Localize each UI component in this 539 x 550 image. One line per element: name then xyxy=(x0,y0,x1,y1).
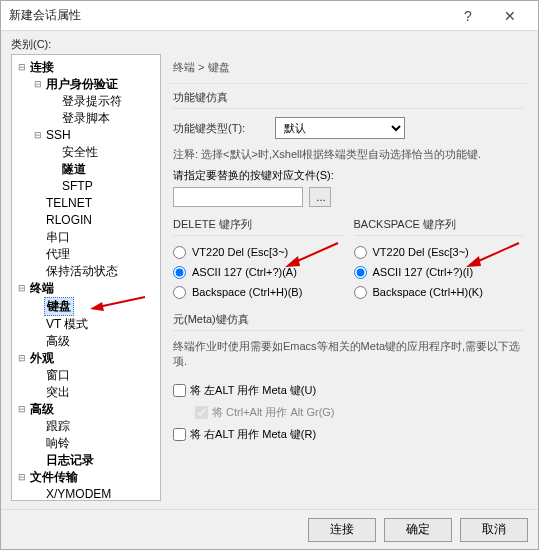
browse-button[interactable]: … xyxy=(309,187,331,207)
tree-node-ssh[interactable]: ⊟SSH xyxy=(32,127,158,144)
tree-node-xymodem[interactable]: X/YMODEM xyxy=(32,486,158,501)
titlebar: 新建会话属性 ? ✕ xyxy=(1,1,538,31)
tree-node-tunnel[interactable]: 隧道 xyxy=(48,161,158,178)
tree-node-telnet[interactable]: TELNET xyxy=(32,195,158,212)
tree-node-script[interactable]: 登录脚本 xyxy=(48,110,158,127)
bs-opt-vt220[interactable]: VT220 Del (Esc[3~) xyxy=(354,242,525,262)
del-opt-bs[interactable]: Backspace (Ctrl+H)(B) xyxy=(173,282,344,302)
funckey-title: 功能键仿真 xyxy=(173,90,524,109)
cancel-button[interactable]: 取消 xyxy=(460,518,528,542)
tree-node-keepalive[interactable]: 保持活动状态 xyxy=(32,263,158,280)
connect-button[interactable]: 连接 xyxy=(308,518,376,542)
settings-panel: 终端 > 键盘 功能键仿真 功能键类型(T): 默认 注释: 选择<默认>时,X… xyxy=(169,54,528,501)
del-opt-ascii[interactable]: ASCII 127 (Ctrl+?)(A) xyxy=(173,262,344,282)
tree-node-connection[interactable]: ⊟连接 xyxy=(16,59,158,76)
tree-node-transfer[interactable]: ⊟文件传输 xyxy=(16,469,158,486)
tree-node-appearance[interactable]: ⊟外观 xyxy=(16,350,158,367)
bs-opt-bs[interactable]: Backspace (Ctrl+H)(K) xyxy=(354,282,525,302)
tree-node-serial[interactable]: 串口 xyxy=(32,229,158,246)
tree-node-proxy[interactable]: 代理 xyxy=(32,246,158,263)
section-meta: 元(Meta)键仿真 终端作业时使用需要如Emacs等相关的Meta键的应用程序… xyxy=(169,306,528,449)
delete-title: DELETE 键序列 xyxy=(173,217,344,236)
section-funckey: 功能键仿真 功能键类型(T): 默认 注释: 选择<默认>时,Xshell根据终… xyxy=(169,84,528,211)
tree-node-trace[interactable]: 跟踪 xyxy=(32,418,158,435)
del-opt-vt220[interactable]: VT220 Del (Esc[3~) xyxy=(173,242,344,262)
funckey-note: 注释: 选择<默认>时,Xshell根据终端类型自动选择恰当的功能键. xyxy=(173,147,524,162)
tree-node-auth[interactable]: ⊟用户身份验证 xyxy=(32,76,158,93)
tree-node-prompt[interactable]: 登录提示符 xyxy=(48,93,158,110)
close-icon[interactable]: ✕ xyxy=(490,2,530,30)
tree-node-rlogin[interactable]: RLOGIN xyxy=(32,212,158,229)
check-right-alt[interactable]: 将 右ALT 用作 Meta 键(R) xyxy=(173,423,524,445)
tree-node-bell[interactable]: 响铃 xyxy=(32,435,158,452)
bs-opt-ascii[interactable]: ASCII 127 (Ctrl+?)(I) xyxy=(354,262,525,282)
tree-node-vtmode[interactable]: VT 模式 xyxy=(32,316,158,333)
tree-node-keyboard[interactable]: 键盘 xyxy=(32,297,158,316)
dialog-footer: 连接 确定 取消 xyxy=(1,509,538,549)
breadcrumb: 终端 > 键盘 xyxy=(169,54,528,84)
check-ctrl-alt: 将 Ctrl+Alt 用作 Alt Gr(G) xyxy=(173,401,524,423)
ok-button[interactable]: 确定 xyxy=(384,518,452,542)
funckey-type-select[interactable]: 默认 xyxy=(275,117,405,139)
funckey-type-label: 功能键类型(T): xyxy=(173,121,269,136)
group-backspace: BACKSPACE 键序列 VT220 Del (Esc[3~) ASCII 1… xyxy=(354,217,525,302)
category-label: 类别(C): xyxy=(1,31,538,54)
tree-node-sftp[interactable]: SFTP xyxy=(48,178,158,195)
meta-note: 终端作业时使用需要如Emacs等相关的Meta键的应用程序时,需要以下选项. xyxy=(173,339,524,369)
backspace-title: BACKSPACE 键序列 xyxy=(354,217,525,236)
group-delete: DELETE 键序列 VT220 Del (Esc[3~) ASCII 127 … xyxy=(173,217,344,302)
help-icon[interactable]: ? xyxy=(448,2,488,30)
tree-node-window[interactable]: 窗口 xyxy=(32,367,158,384)
tree-node-terminal[interactable]: ⊟终端 xyxy=(16,280,158,297)
tree-node-logging[interactable]: 日志记录 xyxy=(32,452,158,469)
tree-node-security[interactable]: 安全性 xyxy=(48,144,158,161)
category-tree[interactable]: ⊟连接 ⊟用户身份验证 登录提示符 登录脚本 ⊟SSH xyxy=(11,54,161,501)
tree-node-highlight[interactable]: 突出 xyxy=(32,384,158,401)
meta-title: 元(Meta)键仿真 xyxy=(173,312,524,331)
check-left-alt[interactable]: 将 左ALT 用作 Meta 键(U) xyxy=(173,379,524,401)
exchange-label: 请指定要替换的按键对应文件(S): xyxy=(173,168,334,183)
exchange-file-input[interactable] xyxy=(173,187,303,207)
dialog-window: 新建会话属性 ? ✕ 类别(C): ⊟连接 ⊟用户身份验证 登录提示符 xyxy=(0,0,539,550)
tree-node-advanced[interactable]: 高级 xyxy=(32,333,158,350)
tree-node-advanced2[interactable]: ⊟高级 xyxy=(16,401,158,418)
window-title: 新建会话属性 xyxy=(9,7,448,24)
